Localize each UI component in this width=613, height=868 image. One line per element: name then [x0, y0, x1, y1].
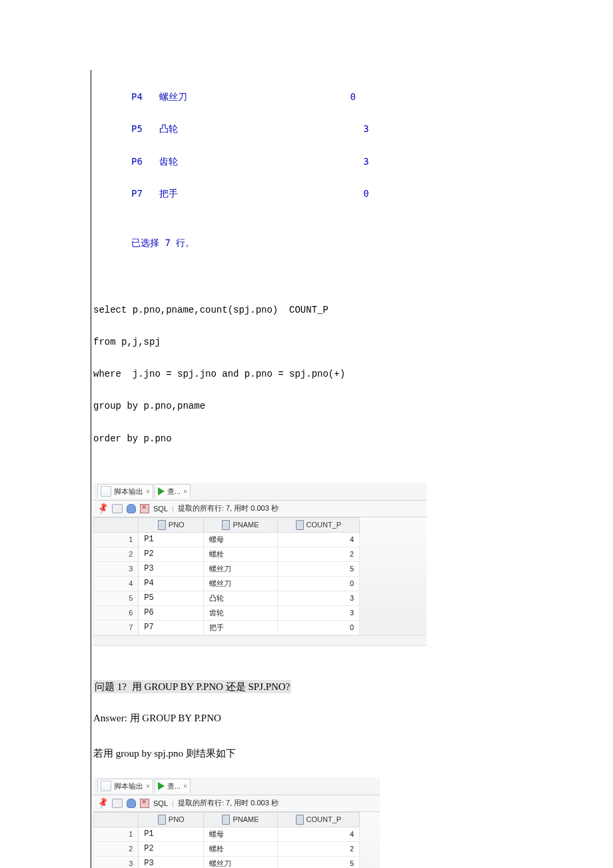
grid-row[interactable]: 3P3螺丝刀5 [94, 561, 360, 576]
row-index: 1 [94, 827, 139, 841]
text-output-listing: P4 螺丝刀 0 P5 凸轮 3 P6 齿轮 3 P7 把手 0 [131, 70, 523, 220]
grid-corner [94, 812, 139, 827]
tabs-bar: 脚本输出 × 查... × [93, 777, 380, 795]
output-row: P6 齿轮 3 [131, 156, 523, 167]
cell-pno: P1 [139, 532, 204, 547]
question-highlight: 问题 1? [93, 680, 128, 693]
col-label: COUNT_P [306, 521, 342, 529]
cell-count: 2 [277, 547, 359, 561]
results-toolbar: 📌 SQL | 提取的所有行: 7, 用时 0.003 秒 [93, 795, 380, 812]
delete-icon[interactable] [140, 799, 149, 808]
page-icon [101, 781, 111, 791]
sql-line: from p,j,spj [93, 337, 523, 347]
row-index: 5 [94, 591, 139, 605]
cell-pno: P5 [139, 591, 204, 605]
play-icon [158, 487, 165, 495]
column-icon [222, 815, 230, 825]
grid-row[interactable]: 2P2螺栓2 [94, 547, 360, 561]
cell-pno: P4 [139, 576, 204, 591]
close-icon[interactable]: × [146, 488, 150, 495]
refresh-icon[interactable] [127, 799, 136, 808]
cell-pname: 螺丝刀 [204, 561, 278, 576]
col-label: PNO [169, 815, 185, 823]
cell-pno: P7 [139, 620, 204, 635]
cell-pname: 把手 [204, 620, 278, 635]
close-icon[interactable]: × [183, 783, 187, 790]
results-toolbar: 📌 SQL | 提取的所有行: 7, 用时 0.003 秒 [93, 501, 426, 517]
refresh-icon[interactable] [127, 504, 136, 513]
column-icon [158, 815, 166, 825]
grid-row[interactable]: 2P2螺栓2 [94, 841, 360, 856]
delete-icon[interactable] [140, 504, 149, 513]
cell-count: 0 [277, 620, 359, 635]
fetch-stats: 提取的所有行: 7, 用时 0.003 秒 [178, 798, 279, 808]
column-icon [222, 520, 230, 530]
pin-icon[interactable]: 📌 [96, 797, 110, 810]
tab-query[interactable]: 查... × [155, 484, 191, 498]
cell-pno: P6 [139, 605, 204, 620]
results-panel-1: 脚本输出 × 查... × 📌 SQL | 提取的所有行: 7, 用时 0.00… [93, 483, 426, 646]
print-icon[interactable] [112, 504, 123, 513]
page-icon [101, 486, 111, 497]
row-index: 3 [94, 561, 139, 576]
question-title: 问题 1? 用 GROUP BY P.PNO 还是 SPJ.PNO? [93, 681, 523, 693]
cell-pno: P1 [139, 827, 204, 841]
pin-icon[interactable]: 📌 [96, 502, 110, 515]
grid-body: 1P1螺母4 2P2螺栓2 3P3螺丝刀5 4P5凸轮3 5P6齿轮3 6(nu… [94, 827, 360, 868]
tab-query[interactable]: 查... × [155, 779, 191, 793]
cell-pname: 凸轮 [204, 591, 278, 605]
play-icon [158, 782, 165, 790]
note-text: 若用 group by spj.pno 则结果如下 [93, 747, 523, 760]
grid-row[interactable]: 6P6齿轮3 [94, 605, 360, 620]
col-label: PNAME [233, 521, 259, 529]
results-grid[interactable]: PNO PNAME COUNT_P 1P1螺母4 2P2螺栓2 3P3螺丝刀5 … [93, 812, 360, 868]
row-index: 6 [94, 605, 139, 620]
tab-script-output[interactable]: 脚本输出 × [97, 779, 153, 793]
rows-selected-text: 已选择 7 行。 [131, 237, 523, 249]
column-header-pno[interactable]: PNO [139, 517, 204, 532]
column-header-count[interactable]: COUNT_P [277, 812, 359, 827]
cell-count: 5 [277, 561, 359, 576]
output-row: P7 把手 0 [131, 188, 523, 199]
col-label: COUNT_P [306, 815, 342, 823]
grid-row[interactable]: 7P7把手0 [94, 620, 360, 635]
column-header-pno[interactable]: PNO [139, 812, 204, 827]
cell-count: 4 [277, 827, 359, 841]
row-index: 2 [94, 547, 139, 561]
tab-label: 查... [167, 487, 181, 497]
col-label: PNAME [233, 815, 259, 823]
tab-label: 脚本输出 [114, 781, 143, 791]
cell-pno: P3 [139, 856, 204, 868]
cell-pno: P3 [139, 561, 204, 576]
output-row: P4 螺丝刀 0 [131, 91, 523, 102]
cell-pno: P2 [139, 547, 204, 561]
content-frame: P4 螺丝刀 0 P5 凸轮 3 P6 齿轮 3 P7 把手 0 已选择 7 行… [91, 70, 523, 868]
print-icon[interactable] [112, 799, 123, 808]
row-index: 7 [94, 620, 139, 635]
grid-row[interactable]: 3P3螺丝刀5 [94, 856, 360, 868]
close-icon[interactable]: × [146, 783, 150, 790]
cell-count: 4 [277, 532, 359, 547]
grid-row[interactable]: 1P1螺母4 [94, 827, 360, 841]
column-header-pname[interactable]: PNAME [204, 812, 278, 827]
column-icon [296, 815, 304, 825]
results-grid[interactable]: PNO PNAME COUNT_P 1P1螺母4 2P2螺栓2 3P3螺丝刀5 … [93, 517, 360, 635]
sql-label: SQL [153, 505, 168, 513]
column-icon [296, 520, 304, 530]
sql-line: where j.jno = spj.jno and p.pno = spj.pn… [93, 369, 523, 379]
close-icon[interactable]: × [183, 488, 187, 495]
answer-text: Answer: 用 GROUP BY P.PNO [93, 712, 523, 725]
grid-row[interactable]: 4P4螺丝刀0 [94, 576, 360, 591]
grid-corner [94, 517, 139, 532]
grid-row[interactable]: 5P5凸轮3 [94, 591, 360, 605]
results-panel-2: 脚本输出 × 查... × 📌 SQL | 提取的所有行: 7, 用时 0.00… [93, 777, 380, 868]
cell-pname: 螺丝刀 [204, 576, 278, 591]
column-header-count[interactable]: COUNT_P [277, 517, 359, 532]
column-icon [158, 520, 166, 530]
cell-pname: 螺母 [204, 827, 278, 841]
tab-script-output[interactable]: 脚本输出 × [97, 484, 153, 498]
output-row: P5 凸轮 3 [131, 123, 523, 134]
cell-pname: 螺栓 [204, 841, 278, 856]
grid-row[interactable]: 1P1螺母4 [94, 532, 360, 547]
column-header-pname[interactable]: PNAME [204, 517, 278, 532]
